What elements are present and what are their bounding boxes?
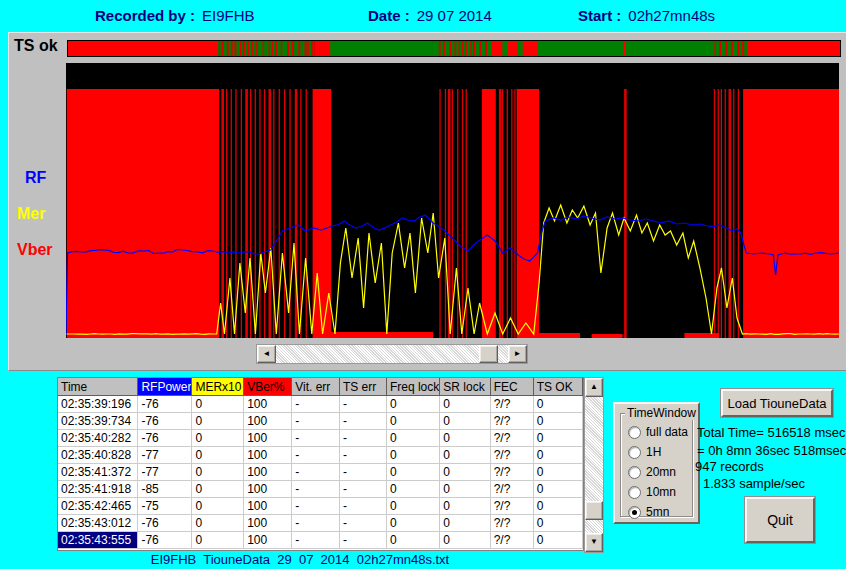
- table-cell[interactable]: -76: [138, 430, 192, 447]
- radio-button[interactable]: [628, 446, 641, 459]
- table-cell[interactable]: -: [339, 447, 386, 464]
- table-cell[interactable]: 02:35:41:918: [58, 481, 138, 498]
- table-cell[interactable]: -: [292, 464, 340, 481]
- table-cell[interactable]: 0: [440, 498, 490, 515]
- table-cell[interactable]: 0: [533, 396, 582, 413]
- table-cell[interactable]: -: [339, 532, 386, 549]
- table-cell[interactable]: 100: [244, 396, 292, 413]
- table-cell[interactable]: ?/?: [490, 447, 533, 464]
- table-row[interactable]: 02:35:41:918-850100--00?/?0: [58, 481, 583, 498]
- table-cell[interactable]: 0: [440, 396, 490, 413]
- table-cell[interactable]: -: [292, 498, 340, 515]
- table-row[interactable]: 02:35:39:734-760100--00?/?0: [58, 413, 583, 430]
- table-row[interactable]: 02:35:41:372-770100--00?/?0: [58, 464, 583, 481]
- table-row[interactable]: 02:35:40:282-760100--00?/?0: [58, 430, 583, 447]
- table-cell[interactable]: 0: [533, 498, 582, 515]
- table-cell[interactable]: 0: [386, 481, 439, 498]
- table-cell[interactable]: -: [339, 464, 386, 481]
- table-cell[interactable]: 0: [192, 464, 244, 481]
- table-cell[interactable]: -76: [138, 396, 192, 413]
- table-cell[interactable]: 0: [440, 430, 490, 447]
- table-cell[interactable]: ?/?: [490, 481, 533, 498]
- table-row[interactable]: 02:35:39:196-760100--00?/?0: [58, 396, 583, 413]
- table-cell[interactable]: 100: [244, 515, 292, 532]
- table-cell[interactable]: 0: [192, 396, 244, 413]
- table-cell[interactable]: 0: [533, 413, 582, 430]
- table-cell[interactable]: -76: [138, 515, 192, 532]
- table-cell[interactable]: 0: [533, 464, 582, 481]
- time-window-option-1H[interactable]: 1H: [621, 442, 692, 462]
- table-row[interactable]: 02:35:42:465-750100--00?/?0: [58, 498, 583, 515]
- radio-button[interactable]: [628, 506, 641, 519]
- table-cell[interactable]: 0: [440, 532, 490, 549]
- table-row[interactable]: 02:35:40:828-770100--00?/?0: [58, 447, 583, 464]
- table-cell[interactable]: 02:35:42:465: [58, 498, 138, 515]
- table-cell[interactable]: -: [292, 481, 340, 498]
- table-cell[interactable]: 0: [386, 430, 439, 447]
- table-vertical-scrollbar[interactable]: ▲ ▼: [584, 377, 604, 553]
- table-cell[interactable]: 02:35:41:372: [58, 464, 138, 481]
- table-cell[interactable]: 0: [192, 481, 244, 498]
- table-cell[interactable]: 0: [533, 532, 582, 549]
- radio-button[interactable]: [628, 486, 641, 499]
- table-cell[interactable]: 100: [244, 447, 292, 464]
- load-tiounedata-button[interactable]: Load TiouneData: [721, 389, 833, 417]
- table-cell[interactable]: 0: [386, 464, 439, 481]
- table-cell[interactable]: 0: [386, 498, 439, 515]
- table-cell[interactable]: -: [292, 413, 340, 430]
- horizontal-scroll-thumb[interactable]: [479, 345, 498, 363]
- table-cell[interactable]: -: [292, 515, 340, 532]
- table-cell[interactable]: 0: [386, 413, 439, 430]
- table-cell[interactable]: -75: [138, 498, 192, 515]
- table-cell[interactable]: 02:35:43:555: [58, 532, 138, 549]
- table-cell[interactable]: -: [339, 515, 386, 532]
- table-row[interactable]: 02:35:43:012-760100--00?/?0: [58, 515, 583, 532]
- time-window-option-5mn[interactable]: 5mn: [621, 502, 692, 522]
- table-cell[interactable]: 0: [192, 515, 244, 532]
- table-cell[interactable]: 100: [244, 481, 292, 498]
- table-cell[interactable]: 0: [533, 447, 582, 464]
- table-cell[interactable]: 100: [244, 532, 292, 549]
- scroll-left-button[interactable]: ◄: [257, 345, 276, 363]
- table-cell[interactable]: -85: [138, 481, 192, 498]
- table-cell[interactable]: ?/?: [490, 430, 533, 447]
- table-cell[interactable]: 100: [244, 498, 292, 515]
- quit-button[interactable]: Quit: [745, 497, 815, 543]
- time-window-option-20mn[interactable]: 20mn: [621, 462, 692, 482]
- table-cell[interactable]: 0: [440, 515, 490, 532]
- vertical-scroll-thumb[interactable]: [585, 501, 603, 520]
- table-cell[interactable]: -: [292, 430, 340, 447]
- table-cell[interactable]: 0: [386, 396, 439, 413]
- table-cell[interactable]: -: [292, 532, 340, 549]
- table-cell[interactable]: -: [339, 396, 386, 413]
- table-cell[interactable]: -: [292, 447, 340, 464]
- table-cell[interactable]: ?/?: [490, 396, 533, 413]
- table-row[interactable]: 02:35:43:555-760100--00?/?0: [58, 532, 583, 549]
- table-cell[interactable]: 0: [440, 464, 490, 481]
- table-cell[interactable]: 02:35:39:734: [58, 413, 138, 430]
- table-cell[interactable]: 0: [440, 481, 490, 498]
- table-cell[interactable]: 100: [244, 430, 292, 447]
- table-cell[interactable]: -: [339, 430, 386, 447]
- table-cell[interactable]: 0: [192, 413, 244, 430]
- table-cell[interactable]: 0: [533, 481, 582, 498]
- table-cell[interactable]: 02:35:43:012: [58, 515, 138, 532]
- table-cell[interactable]: ?/?: [490, 515, 533, 532]
- table-cell[interactable]: 0: [192, 532, 244, 549]
- table-cell[interactable]: 0: [533, 430, 582, 447]
- table-cell[interactable]: -: [292, 396, 340, 413]
- table-cell[interactable]: ?/?: [490, 464, 533, 481]
- table-cell[interactable]: 02:35:40:828: [58, 447, 138, 464]
- table-cell[interactable]: 0: [440, 413, 490, 430]
- table-cell[interactable]: 100: [244, 413, 292, 430]
- table-cell[interactable]: -76: [138, 413, 192, 430]
- radio-button[interactable]: [628, 426, 641, 439]
- scroll-down-button[interactable]: ▼: [585, 533, 603, 552]
- radio-button[interactable]: [628, 466, 641, 479]
- table-cell[interactable]: 0: [192, 430, 244, 447]
- table-cell[interactable]: ?/?: [490, 413, 533, 430]
- table-cell[interactable]: -: [339, 498, 386, 515]
- table-cell[interactable]: 0: [533, 515, 582, 532]
- table-cell[interactable]: 0: [192, 447, 244, 464]
- time-window-option-10mn[interactable]: 10mn: [621, 482, 692, 502]
